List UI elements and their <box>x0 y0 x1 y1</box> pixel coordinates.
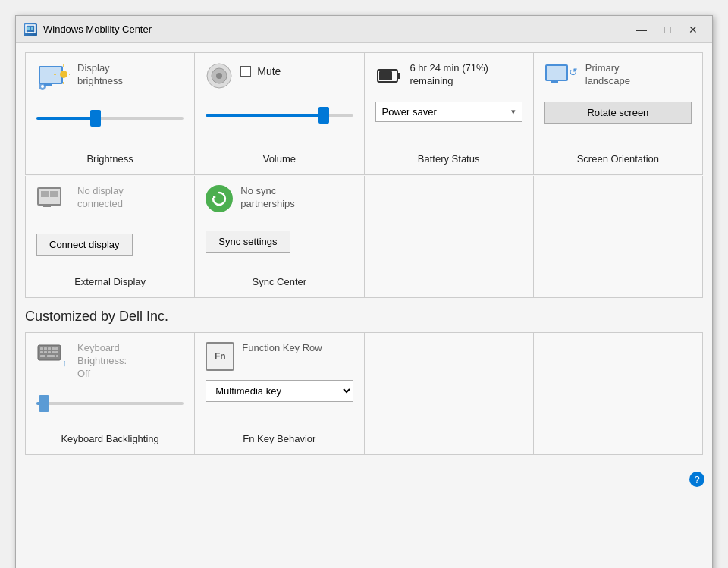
empty-tile-4 <box>534 176 702 297</box>
minimize-button[interactable]: — <box>630 20 653 39</box>
screen-orientation-tile-top: ↺ Primarylandscape <box>544 62 692 93</box>
connect-display-btn-container: Connect display <box>36 228 133 256</box>
main-window: Windows Mobility Center — □ ✕ <box>15 15 713 568</box>
svg-rect-17 <box>397 73 400 79</box>
fn-key-title: Function Key Row <box>242 342 322 355</box>
title-bar: Windows Mobility Center — □ ✕ <box>16 16 712 43</box>
svg-rect-4 <box>39 67 62 83</box>
power-plan-dropdown[interactable]: Power saver ▾ <box>375 102 522 122</box>
volume-slider-thumb[interactable] <box>318 107 329 124</box>
connect-display-button[interactable]: Connect display <box>36 234 133 256</box>
close-button[interactable]: ✕ <box>682 20 704 39</box>
svg-rect-34 <box>44 351 47 353</box>
keyboard-backlight-label: Keyboard Backlighting <box>61 427 158 444</box>
external-display-label-container: External Display <box>36 275 184 288</box>
screen-orientation-icon: ↺ <box>544 62 578 93</box>
volume-tile-top: Mute <box>206 62 353 93</box>
mute-row: Mute <box>240 65 281 77</box>
sync-icon <box>206 185 233 212</box>
svg-rect-18 <box>379 71 392 80</box>
battery-icon <box>375 62 403 93</box>
fn-key-tile: Fn Function Key Row Multimedia key Funct… <box>195 333 363 454</box>
external-display-title: No displayconnected <box>77 185 124 211</box>
svg-rect-35 <box>48 351 51 353</box>
svg-point-15 <box>216 73 222 79</box>
display-brightness-icon <box>36 62 70 96</box>
sync-center-tile-top: No syncpartnerships <box>206 185 353 212</box>
keyboard-backlight-title: KeyboardBrightness:Off <box>77 342 127 381</box>
battery-label-container: Battery Status <box>375 152 522 165</box>
svg-rect-2 <box>31 27 33 30</box>
svg-rect-24 <box>41 191 49 197</box>
svg-rect-19 <box>546 65 567 80</box>
volume-slider-fill <box>206 114 323 117</box>
empty-tile-3 <box>365 176 533 297</box>
svg-rect-28 <box>40 347 43 350</box>
external-display-tile-top: No displayconnected <box>36 185 184 215</box>
keyboard-icon: ↑ <box>36 342 70 371</box>
brightness-tile: Displaybrightness Brightness <box>26 53 194 174</box>
sync-settings-button[interactable]: Sync settings <box>206 231 290 253</box>
keyboard-backlight-tile: ↑ KeyboardBrightness:Off Keyboard Backli… <box>26 333 194 454</box>
battery-label: Battery Status <box>418 147 480 165</box>
dell-grid: ↑ KeyboardBrightness:Off Keyboard Backli… <box>25 332 703 455</box>
power-plan-value: Power saver <box>382 106 437 118</box>
svg-rect-36 <box>52 351 55 353</box>
svg-rect-20 <box>551 80 558 83</box>
battery-tile-top: 6 hr 24 min (71%)remaining <box>375 62 522 93</box>
fn-key-icon: Fn <box>206 342 234 371</box>
brightness-slider-thumb[interactable] <box>90 110 101 127</box>
volume-icon <box>206 62 233 93</box>
sync-center-tile: No syncpartnerships Sync settings Sync C… <box>195 176 363 297</box>
screen-orientation-label-container: Screen Orientation <box>544 152 692 165</box>
battery-tile: 6 hr 24 min (71%)remaining Power saver ▾… <box>365 53 533 174</box>
volume-label-container: Volume <box>206 152 353 165</box>
sync-settings-btn-container: Sync settings <box>206 224 290 253</box>
fn-box: Fn <box>206 342 234 371</box>
dell-empty-tile-4 <box>534 333 702 454</box>
mute-checkbox[interactable] <box>240 66 251 77</box>
svg-rect-40 <box>56 355 58 357</box>
keyboard-slider-track <box>36 402 184 405</box>
dropdown-arrow: ▾ <box>511 107 516 117</box>
fn-key-behavior-select[interactable]: Multimedia key Function key <box>206 380 353 402</box>
help-button[interactable]: ? <box>689 472 704 487</box>
window-controls: — □ ✕ <box>630 20 704 39</box>
keyboard-slider-thumb[interactable] <box>39 395 49 412</box>
customized-section-header: Customized by Dell Inc. <box>25 309 703 325</box>
dell-empty-tile-3 <box>365 333 533 454</box>
svg-point-6 <box>60 71 67 78</box>
svg-marker-26 <box>213 196 216 199</box>
brightness-slider-track <box>36 117 184 120</box>
svg-point-12 <box>41 85 44 88</box>
svg-rect-1 <box>27 27 30 30</box>
keyboard-backlight-tile-top: ↑ KeyboardBrightness:Off <box>36 342 184 381</box>
fn-key-label-container: Fn Key Behavior <box>206 431 353 445</box>
svg-rect-30 <box>48 347 51 350</box>
svg-text:↺: ↺ <box>569 66 578 78</box>
svg-rect-29 <box>44 347 47 350</box>
brightness-label: Brightness <box>86 147 133 165</box>
svg-rect-38 <box>40 355 46 357</box>
fn-key-tile-top: Fn Function Key Row <box>206 342 353 371</box>
volume-label: Volume <box>263 147 296 165</box>
svg-rect-37 <box>55 351 58 353</box>
svg-text:↑: ↑ <box>62 358 67 368</box>
rotate-screen-button[interactable]: Rotate screen <box>544 102 692 124</box>
external-display-label: External Display <box>74 270 146 287</box>
bottom-grid: No displayconnected Connect display Exte… <box>25 176 703 298</box>
brightness-tile-top: Displaybrightness <box>36 62 184 96</box>
volume-tile: Mute Volume <box>195 53 363 174</box>
svg-rect-33 <box>40 351 43 353</box>
svg-rect-32 <box>55 347 58 350</box>
svg-rect-31 <box>52 347 55 350</box>
external-display-icon <box>36 185 70 215</box>
svg-rect-25 <box>50 191 58 197</box>
app-icon <box>24 23 37 36</box>
screen-orientation-label: Screen Orientation <box>577 147 659 165</box>
fn-key-label: Fn Key Behavior <box>243 427 315 444</box>
sync-center-label-container: Sync Center <box>206 275 353 288</box>
window-title: Windows Mobility Center <box>43 24 630 35</box>
maximize-button[interactable]: □ <box>656 20 679 39</box>
customized-label: Customized by Dell Inc. <box>25 309 168 324</box>
